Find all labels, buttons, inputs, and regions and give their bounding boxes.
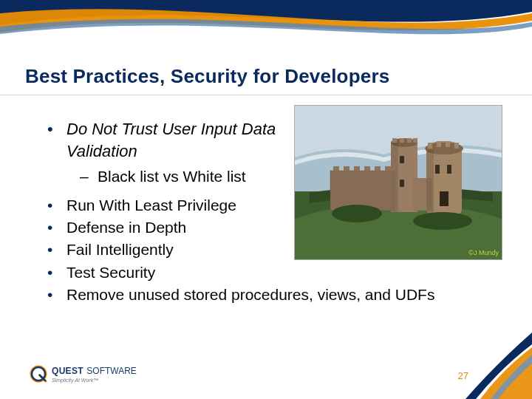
svg-rect-25 [447,165,451,174]
logo-text: QUEST SOFTWARE Simplicity At Work™ [52,364,137,383]
title-divider [0,95,532,95]
bullet-item: • Test Security [47,262,485,283]
image-caption: ©J Mundy [468,249,499,256]
vendor-logo: QUEST SOFTWARE Simplicity At Work™ [30,364,137,383]
dash-icon: – [80,166,98,187]
svg-rect-28 [330,171,395,211]
bullet-item-text: Test Security [66,262,155,283]
bullet-item-text: Run With Least Privilege [66,195,236,216]
bullet-dot-icon: • [47,118,66,140]
header-swoosh-deco [0,0,532,50]
logo-line1b: SOFTWARE [86,366,137,376]
svg-rect-15 [407,138,412,143]
svg-rect-23 [454,143,459,149]
svg-rect-14 [400,138,404,143]
svg-rect-20 [428,143,432,149]
svg-rect-16 [413,138,417,143]
content-image: ©J Mundy [294,105,502,260]
svg-rect-29 [391,143,398,212]
svg-rect-18 [400,180,404,187]
bullet-dot-icon: • [47,239,66,260]
bullet-item-text: Remove unused stored procedures, views, … [66,284,434,305]
svg-point-30 [332,205,382,222]
logo-line1a: QUEST [52,366,83,376]
logo-mark-icon [30,365,47,383]
bullet-dot-icon: • [47,284,66,305]
svg-rect-24 [435,165,440,174]
slide-title: Best Practices, Security for Developers [25,65,389,88]
bullet-dot-icon: • [47,195,66,216]
corner-swoosh-deco [466,332,532,399]
bullet-dot-icon: • [47,217,66,238]
logo-tagline: Simplicity At Work™ [52,378,137,383]
svg-rect-17 [400,156,404,163]
svg-rect-13 [392,138,397,143]
castle-illustration [295,106,502,259]
svg-rect-22 [446,141,450,147]
bullet-dot-icon: • [47,262,66,283]
svg-rect-26 [440,191,449,206]
bullet-main-text: Do Not Trust User Input Data Validation [66,118,296,162]
bullet-item-text: Defense in Depth [66,217,186,238]
svg-point-31 [413,212,472,230]
bullet-item: • Remove unused stored procedures, views… [47,284,485,305]
page-number: 27 [458,370,468,381]
slide: Best Practices, Security for Developers … [0,0,532,399]
bullet-item-text: Fail Intelligently [66,239,174,260]
bullet-sub-text: Black list vs White list [98,166,246,187]
svg-rect-21 [437,141,441,147]
